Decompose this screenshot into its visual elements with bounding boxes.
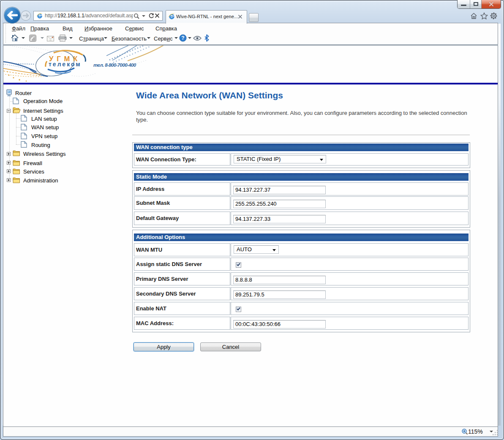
svg-text:?: ? [181,35,184,41]
svg-text:тел. 8-800-7000-400: тел. 8-800-7000-400 [93,62,136,68]
svg-text:телеком: телеком [49,61,82,68]
